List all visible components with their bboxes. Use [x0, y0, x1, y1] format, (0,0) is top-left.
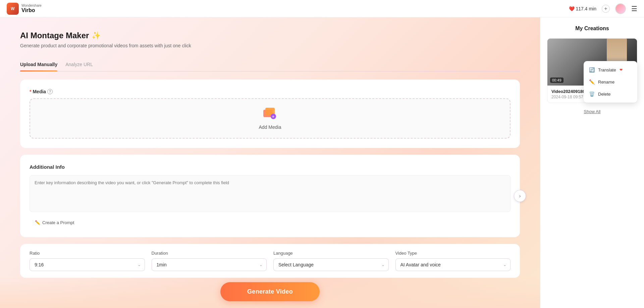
video-type-select[interactable]: AI Avatar and voice Music only No audio [395, 258, 511, 271]
ratio-select[interactable]: 9:16 16:9 1:1 4:3 [30, 258, 145, 271]
video-type-group: Video Type AI Avatar and voice Music onl… [395, 251, 511, 271]
language-select[interactable]: Select Language English Chinese Spanish [273, 258, 389, 271]
media-upload-icon: + [263, 107, 277, 122]
media-card: * Media ? + Add Media [20, 80, 520, 148]
add-media-label: Add Media [259, 124, 281, 130]
menu-item-translate[interactable]: 🔄 Translate ❤ [584, 64, 637, 76]
context-menu: 🔄 Translate ❤ ✏️ Rename 🗑️ Delete [584, 61, 637, 103]
media-label: * Media ? [30, 89, 511, 94]
avatar[interactable] [615, 3, 626, 14]
language-label: Language [273, 251, 389, 256]
additional-info-card: Additional Info › ✏️ Create a Prompt [20, 155, 520, 237]
tab-upload-manually[interactable]: Upload Manually [20, 59, 57, 71]
page-subtitle: Generate product and corporate promotion… [20, 43, 520, 48]
hamburger-menu-button[interactable]: ☰ [631, 5, 637, 13]
menu-item-rename[interactable]: ✏️ Rename [584, 76, 637, 88]
logo-icon: W [7, 3, 19, 15]
media-info-icon[interactable]: ? [47, 89, 53, 94]
menu-item-delete[interactable]: 🗑️ Delete [584, 88, 637, 100]
controls-row: Ratio 9:16 16:9 1:1 4:3 Duration [30, 251, 511, 271]
logo-brand: Wondershare [21, 4, 42, 7]
media-dropzone[interactable]: + Add Media [30, 98, 511, 139]
tab-analyze-url[interactable]: Analyze URL [65, 59, 93, 71]
create-prompt-button[interactable]: ✏️ Create a Prompt [30, 217, 79, 228]
svg-text:+: + [272, 114, 274, 119]
page-title-text: AI Montage Maker [20, 31, 89, 40]
duration-group: Duration 1min 2min 3min [152, 251, 267, 271]
prompt-textarea[interactable] [30, 175, 511, 212]
logo-text: Wondershare Virbo [21, 4, 42, 13]
required-marker: * [30, 89, 31, 94]
main-layout: AI Montage Maker ✨ Generate product and … [0, 17, 644, 308]
page-title: AI Montage Maker ✨ [20, 31, 520, 40]
language-select-wrapper: Select Language English Chinese Spanish [273, 258, 389, 271]
generate-btn-wrap: Generate Video [0, 275, 540, 308]
delete-icon: 🗑️ [589, 91, 595, 97]
menu-item-rename-label: Rename [598, 80, 614, 85]
duration-label: Duration [152, 251, 267, 256]
translate-icon: 🔄 [589, 67, 595, 72]
menu-item-translate-label: Translate [598, 67, 616, 72]
collapse-button[interactable]: › [514, 190, 526, 202]
controls-card: Ratio 9:16 16:9 1:1 4:3 Duration [20, 244, 520, 278]
create-prompt-label: Create a Prompt [42, 220, 74, 225]
left-panel: AI Montage Maker ✨ Generate product and … [0, 17, 540, 308]
magic-icon: ✨ [92, 31, 101, 40]
video-type-select-wrapper: AI Avatar and voice Music only No audio [395, 258, 511, 271]
additional-info-title: Additional Info [30, 164, 511, 170]
create-prompt-icon: ✏️ [35, 220, 40, 225]
credits-display: ❤️ 117.4 min [569, 6, 596, 11]
credits-value: 117.4 min [576, 6, 596, 11]
generate-video-button[interactable]: Generate Video [220, 282, 320, 301]
show-all-area: Show All [547, 108, 637, 114]
heart-icon: ❤️ [569, 6, 575, 11]
logo-product: Virbo [21, 7, 42, 13]
duration-select[interactable]: 1min 2min 3min [152, 258, 267, 271]
topnav-right: ❤️ 117.4 min + ☰ [569, 3, 637, 14]
my-creations-title: My Creations [547, 25, 637, 32]
show-all-link[interactable]: Show All [584, 109, 601, 114]
translate-heart-icon: ❤ [620, 68, 623, 72]
add-credits-button[interactable]: + [602, 5, 610, 13]
duration-select-wrapper: 1min 2min 3min [152, 258, 267, 271]
right-panel: My Creations 00:49 Video20240918095532 2… [540, 17, 644, 308]
video-type-label: Video Type [395, 251, 511, 256]
ratio-select-wrapper: 9:16 16:9 1:1 4:3 [30, 258, 145, 271]
menu-item-delete-label: Delete [598, 92, 611, 97]
video-duration-badge: 00:49 [550, 78, 564, 83]
language-group: Language Select Language English Chinese… [273, 251, 389, 271]
rename-icon: ✏️ [589, 79, 595, 85]
ratio-group: Ratio 9:16 16:9 1:1 4:3 [30, 251, 145, 271]
tab-bar: Upload Manually Analyze URL [20, 59, 520, 71]
media-label-text: Media [33, 89, 46, 94]
ratio-label: Ratio [30, 251, 145, 256]
logo-area: W Wondershare Virbo [7, 3, 42, 15]
topnav: W Wondershare Virbo ❤️ 117.4 min + ☰ [0, 0, 644, 17]
